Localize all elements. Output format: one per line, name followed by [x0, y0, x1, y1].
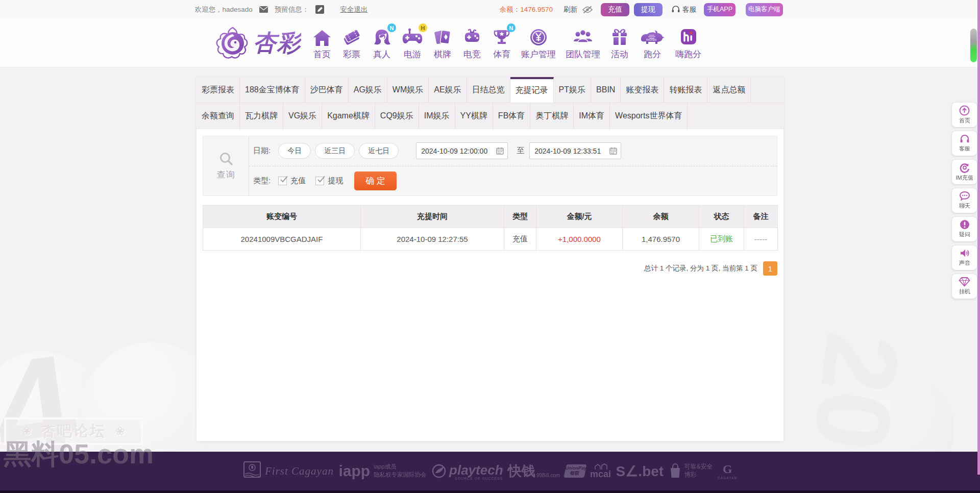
- reserved-info-label: 预留信息：: [275, 5, 309, 14]
- tab[interactable]: 返点总额: [707, 77, 751, 103]
- logout-link[interactable]: 安全退出: [340, 5, 368, 14]
- tab[interactable]: 转账报表: [664, 77, 707, 103]
- site-logo[interactable]: 杏彩: [215, 26, 301, 60]
- col-header-id: 账变编号: [203, 206, 361, 228]
- tab[interactable]: IM体育: [574, 103, 610, 129]
- edit-icon[interactable]: [315, 5, 324, 14]
- partner-label: G: [723, 462, 732, 476]
- float-im-recharge[interactable]: IM充值: [952, 160, 977, 184]
- col-header-amount: 金额/元: [536, 206, 623, 228]
- nav-item-slots[interactable]: H 电游: [402, 26, 423, 60]
- float-sound[interactable]: 声音: [952, 245, 977, 270]
- cell-balance: 1,476.9570: [623, 228, 699, 251]
- tab[interactable]: CQ9娱乐: [375, 103, 419, 129]
- tab[interactable]: WM娱乐: [387, 77, 429, 103]
- col-header-note: 备注: [744, 206, 778, 228]
- hot-badge: H: [419, 23, 427, 32]
- nav-item-team[interactable]: 团队管理: [566, 26, 600, 60]
- checkbox-withdraw[interactable]: 提现: [315, 176, 343, 186]
- quick-range-button[interactable]: 今日: [278, 143, 311, 159]
- partner-label: iapp: [338, 462, 370, 480]
- partner-first-cagayan: First Cagayan: [243, 461, 334, 481]
- refresh-link[interactable]: 刷新: [564, 5, 577, 14]
- date-to-input[interactable]: 2024-10-09 12:33:51: [529, 142, 621, 159]
- balance-label: 余额：: [500, 6, 521, 13]
- float-afk[interactable]: 挂机: [952, 274, 977, 299]
- table-body: 20241009VBCGADJAIF 2024-10-09 12:27:55 充…: [203, 228, 778, 251]
- tab[interactable]: Kgame棋牌: [322, 103, 375, 129]
- tab[interactable]: FB体育: [493, 103, 530, 129]
- tab[interactable]: Wesports世界体育: [610, 103, 688, 129]
- customer-service[interactable]: 客服: [671, 5, 696, 14]
- tab[interactable]: VG娱乐: [283, 103, 322, 129]
- eye-slash-icon[interactable]: [582, 6, 593, 14]
- welcome-text: 欢迎您，hadesado: [195, 5, 253, 14]
- tab[interactable]: 瓦力棋牌: [240, 103, 283, 129]
- quick-range-button[interactable]: 近三日: [315, 143, 355, 159]
- query-label-cell: 查询: [203, 136, 249, 195]
- col-header-type: 类型: [504, 206, 536, 228]
- float-label: IM充值: [955, 174, 973, 182]
- nav-item-esports[interactable]: 电竞: [462, 26, 482, 60]
- nav-item-sports[interactable]: N 体育: [492, 26, 511, 60]
- footer: First Cagayan iapp iapp成员 隐私权专家国际协会 play…: [0, 452, 980, 490]
- topbar: 欢迎您，hadesado 预留信息： 安全退出 余额：1476.9570 刷新 …: [0, 0, 980, 19]
- tab[interactable]: 账变报表: [621, 77, 664, 103]
- nav-label: 体育: [493, 48, 510, 60]
- tab[interactable]: IM娱乐: [419, 103, 455, 129]
- table-header-row: 账变编号 充提时间 类型 金额/元 余额 状态 备注: [203, 206, 778, 228]
- nav-item-live-casino[interactable]: N 真人: [372, 26, 392, 60]
- tab[interactable]: PT娱乐: [554, 77, 591, 103]
- records-table: 账变编号 充提时间 类型 金额/元 余额 状态 备注 20241009VBCGA…: [203, 205, 778, 251]
- nav-label: 棋牌: [434, 48, 451, 60]
- tab[interactable]: 余额查询: [197, 103, 240, 129]
- page-right-edge: [977, 0, 980, 475]
- headset-icon: [671, 5, 680, 14]
- tab[interactable]: AE娱乐: [429, 77, 467, 103]
- float-question[interactable]: 疑问: [952, 217, 977, 241]
- envelope-icon[interactable]: [259, 6, 268, 13]
- nav-item-paofen[interactable]: PAOFEN 跑分: [639, 26, 666, 60]
- float-label: 客服: [959, 145, 970, 153]
- tab[interactable]: AG娱乐: [349, 77, 387, 103]
- nav-label: 彩票: [343, 48, 360, 60]
- nav-item-hi-paofen[interactable]: 嗨跑分: [675, 26, 701, 60]
- chat-bubble-icon: [959, 191, 970, 201]
- tab[interactable]: BBIN: [591, 77, 621, 103]
- scrollbar-thumb[interactable]: [970, 29, 977, 62]
- withdraw-button[interactable]: 提现: [634, 3, 663, 16]
- submit-button[interactable]: 确 定: [354, 171, 397, 190]
- checkbox-recharge[interactable]: 充值: [278, 176, 306, 186]
- tab[interactable]: 沙巴体育: [305, 77, 349, 103]
- table-row: 20241009VBCGADJAIF 2024-10-09 12:27:55 充…: [203, 228, 778, 251]
- nav-item-home[interactable]: 首页: [312, 26, 332, 60]
- tab[interactable]: 日结总览: [467, 77, 510, 103]
- nav-item-promotions[interactable]: 活动: [610, 26, 629, 60]
- nav-item-cards[interactable]: 棋牌: [433, 26, 452, 60]
- cards-icon: [433, 26, 452, 47]
- arrow-up-circle-icon: [959, 105, 970, 116]
- mobile-app-button[interactable]: 手机APP: [704, 3, 736, 16]
- float-home[interactable]: 首页: [952, 103, 977, 127]
- tab[interactable]: 彩票报表: [197, 77, 240, 103]
- pc-client-button[interactable]: 电脑客户端: [746, 3, 783, 16]
- recharge-button[interactable]: 充值: [601, 3, 629, 16]
- float-chat[interactable]: 聊天: [952, 188, 977, 213]
- partner-label: 可靠&安全: [684, 463, 713, 471]
- cell-note: -----: [744, 228, 778, 251]
- float-service[interactable]: 客服: [952, 131, 977, 156]
- quick-range-button[interactable]: 近七日: [359, 143, 399, 159]
- tab[interactable]: YY棋牌: [455, 103, 493, 129]
- date-from-input[interactable]: 2024-10-09 12:00:00: [416, 142, 508, 159]
- svg-text:PAOFEN: PAOFEN: [646, 38, 657, 41]
- tab[interactable]: 奥丁棋牌: [530, 103, 574, 129]
- partner-label: S∠.bet: [616, 463, 664, 480]
- nav-item-lottery[interactable]: 彩票: [341, 26, 362, 60]
- speaker-icon: [959, 248, 970, 258]
- nav-item-account[interactable]: 账户管理: [521, 26, 556, 60]
- nav-label: 电游: [404, 48, 421, 60]
- tab[interactable]: 188金宝博体育: [240, 77, 305, 103]
- col-header-time: 充提时间: [361, 206, 504, 228]
- tab[interactable]: 充提记录: [510, 77, 554, 103]
- page-1-button[interactable]: 1: [763, 261, 777, 276]
